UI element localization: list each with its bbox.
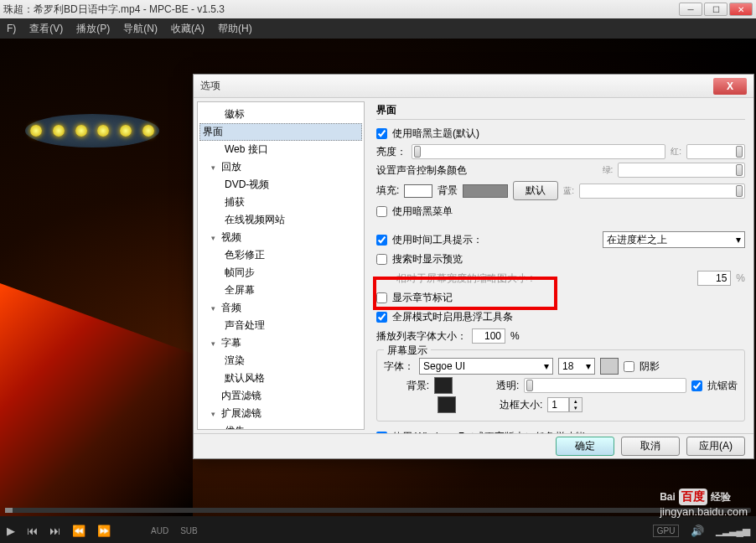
- menu-play[interactable]: 播放(P): [76, 22, 110, 36]
- volume-bars-icon[interactable]: ▁▂▃▄▅: [716, 525, 749, 536]
- dialog-title: 选项: [200, 79, 713, 93]
- watermark: Bai 百度 经验 jingyan.baidu.com: [660, 489, 748, 518]
- g-label: 绿:: [603, 164, 614, 176]
- menu-help[interactable]: 帮助(H): [218, 22, 252, 36]
- apply-button[interactable]: 应用(A): [686, 437, 745, 456]
- next-button[interactable]: ⏭: [49, 525, 60, 537]
- gpu-indicator: GPU: [653, 525, 680, 537]
- time-position-select[interactable]: 在进度栏之上▾: [603, 231, 745, 248]
- green-slider[interactable]: [618, 163, 745, 178]
- ok-button[interactable]: 确定: [556, 437, 614, 456]
- fullscreen-toolbar-label: 全屏模式时启用悬浮工具条: [392, 310, 513, 324]
- skip-fwd-button[interactable]: ⏩: [97, 525, 111, 537]
- spin-up-icon[interactable]: ▴: [570, 398, 582, 405]
- dark-theme-checkbox[interactable]: [376, 128, 387, 139]
- tree-video[interactable]: ▾视频: [199, 229, 362, 246]
- tree-priority[interactable]: 优先: [199, 422, 362, 430]
- chevron-down-icon: ▾: [211, 163, 220, 172]
- tree-sync[interactable]: 帧同步: [199, 264, 362, 282]
- font-size-select[interactable]: 18▾: [558, 358, 595, 375]
- options-tree[interactable]: 徽标 界面 Web 接口 ▾回放 DVD-视频 捕获 在线视频网站 ▾视频 色彩…: [197, 101, 365, 430]
- window-title: 珠超：希罗利BD日语中字.mp4 - MPC-BE - v1.5.3: [3, 3, 679, 17]
- tree-fullscreen[interactable]: 全屏幕: [199, 282, 362, 299]
- border-label: 边框大小:: [500, 398, 542, 412]
- cancel-button[interactable]: 取消: [621, 437, 680, 456]
- prev-button[interactable]: ⏮: [27, 525, 38, 537]
- tree-trayicon[interactable]: 徽标: [199, 106, 362, 123]
- tree-subtitle[interactable]: ▾字幕: [199, 334, 362, 352]
- seek-preview-checkbox[interactable]: [376, 254, 387, 265]
- menu-fav[interactable]: 收藏(A): [171, 22, 205, 36]
- tree-audioproc[interactable]: 声音处理: [199, 317, 362, 334]
- tree-render[interactable]: 渲染: [199, 352, 362, 370]
- shadow-checkbox[interactable]: [624, 361, 634, 372]
- menu-view[interactable]: 查看(V): [29, 22, 63, 36]
- close-button[interactable]: ✕: [729, 3, 753, 16]
- seek-bar[interactable]: [0, 504, 756, 516]
- osd-group: 屏幕显示 字体： Segoe UI▾ 18▾ 阴影 背景: 透明: 抗锯齿: [376, 349, 745, 421]
- default-colors-button[interactable]: 默认: [513, 181, 558, 200]
- font-select[interactable]: Segoe UI▾: [419, 358, 553, 375]
- video-content-ufo: [25, 97, 159, 147]
- menu-nav[interactable]: 导航(N): [123, 22, 158, 36]
- tree-defstyle[interactable]: 默认风格: [199, 370, 362, 387]
- aud-indicator[interactable]: AUD: [151, 526, 168, 535]
- fill-swatch[interactable]: [404, 184, 432, 198]
- options-dialog: 选项 X 徽标 界面 Web 接口 ▾回放 DVD-视频 捕获 在线视频网站 ▾…: [193, 74, 754, 459]
- dialog-header: 选项 X: [194, 75, 753, 98]
- maximize-button[interactable]: ☐: [704, 3, 728, 16]
- tree-capture[interactable]: 捕获: [199, 194, 362, 211]
- seek-preview-label: 搜索时显示预览: [392, 252, 463, 266]
- minimize-button[interactable]: ─: [679, 3, 702, 16]
- chevron-down-icon: ▾: [736, 234, 741, 246]
- bg-label: 背景: [438, 184, 458, 198]
- tree-interface[interactable]: 界面: [199, 123, 362, 141]
- dialog-close-button[interactable]: X: [713, 78, 747, 95]
- chevron-down-icon: ▾: [211, 234, 220, 242]
- blue-slider[interactable]: [579, 184, 745, 199]
- sound-color-label: 设置声音控制条颜色: [376, 163, 467, 178]
- border-color-swatch[interactable]: [438, 396, 456, 413]
- b-label: 蓝:: [563, 185, 574, 197]
- brightness-slider[interactable]: [412, 144, 665, 159]
- osd-group-label: 屏幕显示: [384, 344, 431, 358]
- skip-back-button[interactable]: ⏪: [72, 525, 85, 537]
- window-title-bar: 珠超：希罗利BD日语中字.mp4 - MPC-BE - v1.5.3 ─ ☐ ✕: [0, 0, 756, 18]
- fullscreen-toolbar-checkbox[interactable]: [376, 312, 387, 323]
- bg2-label: 背景:: [384, 379, 429, 393]
- bg-color-swatch[interactable]: [434, 377, 453, 394]
- font-label: 字体：: [384, 359, 414, 374]
- tree-colormgmt[interactable]: 色彩修正: [199, 246, 362, 264]
- volume-icon[interactable]: 🔊: [691, 525, 704, 537]
- tree-intfilter[interactable]: 内置滤镜: [199, 387, 362, 405]
- options-panel: 界面 使用暗黑主题(默认) 亮度： 红: 设置声音控制条颜色 绿: 填充: 背景: [368, 98, 753, 433]
- red-slider[interactable]: [686, 144, 745, 159]
- bg-swatch[interactable]: [463, 184, 508, 198]
- play-button[interactable]: ▶: [7, 525, 15, 537]
- brightness-label: 亮度：: [376, 145, 406, 159]
- font-color-swatch[interactable]: [600, 358, 619, 375]
- dark-menu-label: 使用暗黑菜单: [392, 204, 453, 219]
- tree-dvd[interactable]: DVD-视频: [199, 176, 362, 194]
- menu-bar: F) 查看(V) 播放(P) 导航(N) 收藏(A) 帮助(H): [0, 18, 756, 39]
- menu-file[interactable]: F): [7, 23, 16, 34]
- border-size-spinner[interactable]: ▴▾: [547, 397, 583, 412]
- tree-extfilter[interactable]: ▾扩展滤镜: [199, 405, 362, 422]
- thumb-size-input[interactable]: [697, 271, 731, 286]
- dark-menu-checkbox[interactable]: [376, 206, 387, 217]
- tree-audio[interactable]: ▾音频: [199, 299, 362, 317]
- tree-online[interactable]: 在线视频网站: [199, 211, 362, 229]
- chapter-marks-checkbox[interactable]: [376, 292, 387, 303]
- spin-down-icon[interactable]: ▾: [570, 405, 582, 411]
- transparent-label: 透明:: [496, 379, 519, 393]
- playlist-font-input[interactable]: [472, 328, 505, 344]
- shadow-label: 阴影: [639, 359, 660, 374]
- chevron-down-icon: ▾: [211, 410, 220, 418]
- antialias-checkbox[interactable]: [691, 380, 702, 391]
- transparency-slider[interactable]: [524, 378, 686, 393]
- sub-indicator[interactable]: SUB: [180, 526, 198, 535]
- chevron-down-icon: ▾: [586, 360, 591, 372]
- time-tooltip-checkbox[interactable]: [376, 235, 387, 246]
- tree-webapi[interactable]: Web 接口: [199, 141, 362, 158]
- tree-playback[interactable]: ▾回放: [199, 158, 362, 176]
